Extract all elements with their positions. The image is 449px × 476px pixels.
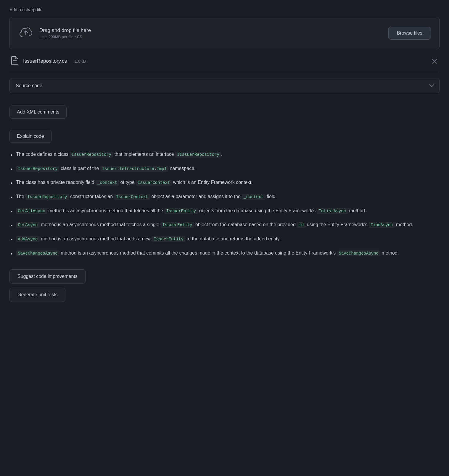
suggest-improvements-button[interactable]: Suggest code improvements [9,269,86,284]
add-xml-button[interactable]: Add XML comments [9,106,67,119]
page-title: Add a csharp file [9,7,440,12]
bullet-icon: • [11,165,12,174]
browse-files-button[interactable]: Browse files [388,27,431,40]
bullet-text: GetAllAsync method is an asynchronous me… [16,207,438,215]
bullet-text: The code defines a class IssuerRepositor… [16,150,438,158]
explanation-list: • The code defines a class IssuerReposit… [11,148,438,261]
file-info: IssuerRepository.cs 1.0KB [11,56,86,67]
bullet-text: The IssuerRepository constructor takes a… [16,193,438,200]
bullet-text: IssuerRepository class is part of the Is… [16,165,438,172]
bullet-icon: • [11,193,12,202]
list-item: • The IssuerRepository constructor takes… [11,190,438,205]
list-item: • GetAllAsync method is an asynchronous … [11,205,438,219]
bullet-text: SaveChangesAsync method is an asynchrono… [16,249,438,257]
list-item: • GetAsync method is an asynchronous met… [11,218,438,233]
bullet-text: The class has a private readonly field _… [16,179,438,186]
bullet-icon: • [11,236,12,245]
list-item: • The code defines a class IssuerReposit… [11,148,438,162]
file-size: 1.0KB [75,59,86,64]
dropzone: Drag and drop file here Limit 200MB per … [9,17,440,49]
source-type-select[interactable]: Source code Test file Configuration [9,78,440,93]
bullet-icon: • [11,208,12,216]
list-item: • IssuerRepository class is part of the … [11,162,438,177]
bullet-icon: • [11,151,12,160]
bullet-icon: • [11,250,12,259]
add-xml-btn-wrap: Add XML comments [9,100,440,119]
bullet-text: AddAsync method is an asynchronous metho… [16,235,438,243]
list-item: • AddAsync method is an asynchronous met… [11,233,438,247]
list-item: • SaveChangesAsync method is an asynchro… [11,247,438,261]
dropzone-text: Drag and drop file here Limit 200MB per … [39,27,91,39]
explain-btn-wrap: Explain code [9,124,440,143]
file-name: IssuerRepository.cs [23,58,67,64]
dropzone-main-text: Drag and drop file here [39,27,91,33]
bullet-text: GetAsync method is an asynchronous metho… [16,221,438,229]
explanation-section: • The code defines a class IssuerReposit… [9,148,440,261]
explain-code-button[interactable]: Explain code [9,130,52,143]
generate-unit-tests-button[interactable]: Generate unit tests [9,288,65,302]
bullet-icon: • [11,179,12,188]
bullet-icon: • [11,221,12,230]
dropzone-sub-text: Limit 200MB per file • CS [39,35,91,39]
dropzone-content: Drag and drop file here Limit 200MB per … [18,25,91,41]
source-type-select-wrap: Source code Test file Configuration [9,78,440,93]
bottom-actions: Suggest code improvements Generate unit … [9,269,440,302]
file-icon [11,56,18,67]
list-item: • The class has a private readonly field… [11,176,438,190]
file-item: IssuerRepository.cs 1.0KB [9,51,440,72]
remove-file-button[interactable] [429,57,440,65]
upload-icon [18,25,33,41]
